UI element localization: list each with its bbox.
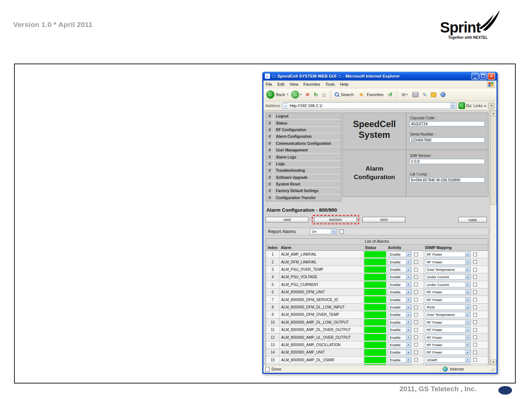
activity-select[interactable]: Enable ▼ [388, 357, 412, 363]
snmp-mapping-select[interactable]: RF Power ▼ [425, 297, 471, 303]
lat-long-field[interactable]: N+094.657840 W-038.918890 [409, 177, 485, 183]
close-button[interactable]: ✕ [488, 73, 495, 80]
menu-item[interactable]: File [266, 82, 272, 86]
nav-item[interactable]: # Configuration Transfer [266, 195, 341, 201]
activity-checkbox[interactable] [414, 253, 418, 256]
activity-select[interactable]: Enable ▼ [388, 320, 412, 325]
snmp-mapping-select[interactable]: Over Temperature ▼ [425, 365, 471, 365]
resize-grip[interactable] [490, 367, 495, 371]
messenger-button[interactable] [440, 92, 446, 97]
links-menu[interactable]: Links » [473, 103, 486, 108]
report-alarms-select[interactable]: On ▼ [310, 229, 337, 234]
activity-checkbox[interactable] [414, 358, 418, 362]
activity-select[interactable]: Enable ▼ [388, 327, 412, 332]
snmp-checkbox[interactable] [473, 328, 477, 332]
snmp-mapping-select[interactable]: RF Power ▼ [425, 320, 471, 325]
search-button[interactable]: Search [334, 92, 356, 98]
snmp-mapping-select[interactable]: VSWR ▼ [425, 357, 471, 363]
back-button[interactable]: ← Back ▼ [266, 90, 289, 99]
forward-button[interactable]: → ▼ [290, 90, 303, 99]
band-button-800-900[interactable]: 800/900 [314, 217, 357, 222]
sw-version-field[interactable]: V 0.9 [409, 159, 485, 164]
activity-select[interactable]: Enable ▼ [388, 274, 412, 280]
apply-button[interactable]: Apply [458, 217, 487, 222]
activity-select[interactable]: Enable ▼ [388, 267, 412, 272]
home-button[interactable]: ⌂ [322, 91, 326, 98]
activity-select[interactable]: Enable ▼ [388, 365, 412, 365]
snmp-mapping-select[interactable]: Over Temperature ▼ [425, 312, 471, 317]
snmp-checkbox[interactable] [473, 298, 477, 301]
nav-item[interactable]: # RF Configuration [266, 127, 341, 133]
nav-item[interactable]: # Alarm Logs [266, 154, 341, 160]
snmp-checkbox[interactable] [473, 253, 477, 256]
favorites-button[interactable]: ★ Favorites [357, 91, 385, 98]
activity-select[interactable]: Enable ▼ [388, 342, 412, 348]
activity-checkbox[interactable] [414, 260, 418, 264]
snmp-mapping-select[interactable]: RF Power ▼ [425, 259, 471, 265]
scrollbar-thumb[interactable] [490, 116, 497, 205]
snmp-checkbox[interactable] [473, 306, 477, 309]
nav-item[interactable]: # System Reset [266, 181, 341, 188]
nav-item[interactable]: # Factory Default Settings [266, 188, 341, 194]
activity-checkbox[interactable] [414, 320, 418, 324]
titlebar[interactable]: e ::: SpeedCell SYSTEM WEB GUI ::: - Mic… [263, 72, 497, 81]
activity-checkbox[interactable] [414, 335, 418, 339]
activity-checkbox[interactable] [414, 283, 418, 286]
snmp-mapping-select[interactable]: RF Power ▼ [425, 349, 471, 355]
scroll-down-icon[interactable]: ▼ [490, 359, 497, 365]
snmp-mapping-select[interactable]: Over Temperature ▼ [425, 267, 471, 272]
snmp-checkbox[interactable] [473, 275, 477, 279]
nav-item[interactable]: # Status [266, 120, 341, 126]
snmp-checkbox[interactable] [473, 283, 477, 286]
cascade-code-field[interactable]: 4GGST24 [409, 121, 485, 126]
menu-item[interactable]: Favorites [303, 82, 320, 86]
address-input[interactable]: e http://192.168.2.1/ ▼ [282, 102, 456, 109]
print-button[interactable] [412, 92, 419, 97]
snmp-mapping-select[interactable]: RSSI ▼ [425, 304, 471, 310]
snmp-mapping-select[interactable]: RF Power ▼ [425, 327, 471, 332]
minimize-button[interactable] [471, 73, 479, 80]
snmp-checkbox[interactable] [473, 351, 477, 354]
mail-button[interactable]: ✉▼ [402, 92, 408, 98]
band-button-2600[interactable]: 2600 [362, 217, 405, 222]
snmp-checkbox[interactable] [473, 358, 477, 362]
go-button[interactable]: → Go [458, 102, 472, 109]
snmp-mapping-select[interactable]: RF Power ▼ [425, 342, 471, 348]
snmp-checkbox[interactable] [473, 260, 477, 264]
discuss-button[interactable] [431, 92, 436, 97]
report-alarms-checkbox[interactable] [340, 229, 344, 233]
snmp-checkbox[interactable] [473, 313, 477, 317]
activity-checkbox[interactable] [414, 268, 418, 272]
nav-item[interactable]: # Troubleshooting [266, 167, 341, 174]
vertical-scrollbar[interactable]: ▲ ▼ [490, 110, 497, 365]
addon-button[interactable]: ▼ [488, 103, 495, 109]
nav-item[interactable]: # Logout [266, 113, 341, 120]
nav-item[interactable]: # Alarm Configuration [266, 133, 341, 140]
activity-checkbox[interactable] [414, 298, 418, 301]
serial-number-field[interactable]: 1234567890 [409, 137, 485, 143]
snmp-checkbox[interactable] [473, 268, 477, 272]
activity-checkbox[interactable] [414, 290, 418, 294]
snmp-mapping-select[interactable]: RF Power ▼ [425, 289, 471, 295]
address-dropdown-icon[interactable]: ▼ [450, 103, 456, 108]
snmp-checkbox[interactable] [473, 320, 477, 324]
snmp-mapping-select[interactable]: RF Power ▼ [425, 252, 471, 257]
menu-item[interactable]: View [290, 82, 299, 86]
nav-item[interactable]: # Software Upgrade [266, 174, 341, 181]
activity-select[interactable]: Enable ▼ [388, 289, 412, 295]
activity-select[interactable]: Enable ▼ [388, 312, 412, 317]
refresh-button[interactable]: ↻ [314, 92, 318, 98]
nav-item[interactable]: # Logs [266, 161, 341, 167]
maximize-button[interactable] [480, 73, 487, 80]
history-button[interactable]: ↺ [388, 92, 392, 98]
scroll-up-icon[interactable]: ▲ [490, 110, 497, 116]
snmp-mapping-select[interactable]: Under Current ▼ [425, 282, 471, 287]
activity-checkbox[interactable] [414, 343, 418, 347]
activity-select[interactable]: Enable ▼ [388, 304, 412, 310]
menu-item[interactable]: Edit [277, 82, 284, 86]
activity-checkbox[interactable] [414, 275, 418, 279]
nav-item[interactable]: # User Management [266, 147, 341, 154]
activity-checkbox[interactable] [414, 351, 418, 354]
menu-item[interactable]: Tools [325, 82, 335, 86]
activity-select[interactable]: Enable ▼ [388, 297, 412, 303]
